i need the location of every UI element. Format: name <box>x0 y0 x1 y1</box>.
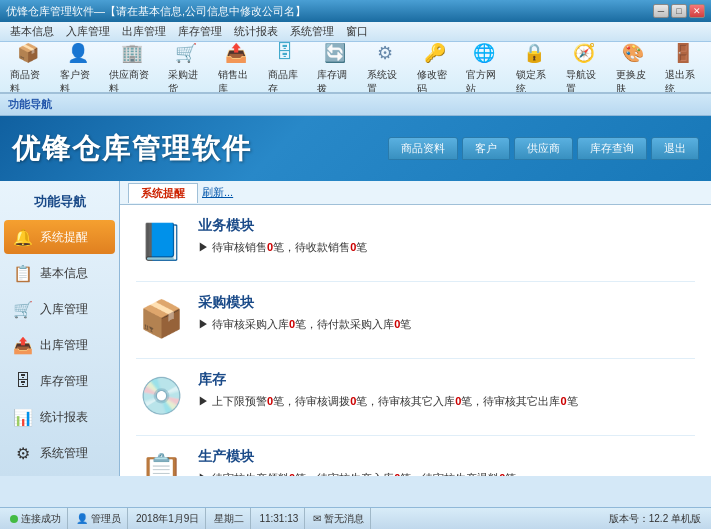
message-icon: ✉ <box>313 513 321 524</box>
sidebar-item-inventory[interactable]: 🗄 库存管理 <box>4 364 115 398</box>
nav-settings-icon: 🧭 <box>570 42 598 67</box>
module-business: 📘 业务模块 ▶ 待审核销售0笔，待收款销售0笔 <box>136 217 695 267</box>
inventory-module-icon: 💿 <box>139 375 184 417</box>
system-reminder-icon: 🔔 <box>12 226 34 248</box>
toolbar-password[interactable]: 🔑 修改密码 <box>411 42 459 94</box>
production-info: 生产模块 ▶ 待审核生产领料0笔，待审核生产入库0笔，待审核生产退料0笔 <box>198 448 695 476</box>
supplier-icon: 🏢 <box>118 42 146 67</box>
module-inventory: 💿 库存 ▶ 上下限预警0笔，待审核调拨0笔，待审核其它入库0笔，待审核其它出库… <box>136 371 695 421</box>
nav-tab-goods[interactable]: 商品资料 <box>388 137 458 160</box>
toolbar-skin[interactable]: 🎨 更换皮肤 <box>610 42 658 94</box>
toolbar-system-settings[interactable]: ⚙ 系统设置 <box>361 42 409 94</box>
toolbar-system-settings-label: 系统设置 <box>367 68 403 95</box>
divider-1 <box>136 281 695 282</box>
divider-2 <box>136 358 695 359</box>
sidebar: 功能导航 🔔 系统提醒 📋 基本信息 🛒 入库管理 📤 出库管理 🗄 库存管理 <box>0 181 120 476</box>
purchase-icon: 🛒 <box>172 42 200 67</box>
time-text: 11:31:13 <box>259 513 298 524</box>
sidebar-item-system-reminder[interactable]: 🔔 系统提醒 <box>4 220 115 254</box>
toolbar-nav-settings-label: 导航设置 <box>566 68 602 95</box>
sidebar-item-system-manage[interactable]: ⚙ 系统管理 <box>4 436 115 470</box>
customer-icon: 👤 <box>64 42 92 67</box>
purchase-desc1: ▶ 待审核采购入库 <box>198 318 289 330</box>
reports-icon: 📊 <box>12 406 34 428</box>
system-manage-icon: ⚙ <box>12 442 34 464</box>
toolbar-exit[interactable]: 🚪 退出系统 <box>659 42 707 94</box>
inbound-icon: 🛒 <box>12 298 34 320</box>
sidebar-item-reports[interactable]: 📊 统计报表 <box>4 400 115 434</box>
toolbar-supplier[interactable]: 🏢 供应商资料 <box>103 42 160 94</box>
business-desc1c: 笔 <box>356 241 367 253</box>
menu-outbound[interactable]: 出库管理 <box>116 24 172 39</box>
toolbar-adjust[interactable]: 🔄 库存调拨 <box>311 42 359 94</box>
connection-text: 连接成功 <box>21 512 61 526</box>
section-header: 功能导航 <box>0 94 711 116</box>
sidebar-item-outbound[interactable]: 📤 出库管理 <box>4 328 115 362</box>
connection-dot <box>10 515 18 523</box>
window-controls: ─ □ ✕ <box>653 4 705 18</box>
toolbar: 📦 商品资料 👤 客户资料 🏢 供应商资料 🛒 采购进货 📤 销售出库 🗄 商品… <box>0 42 711 94</box>
inventory-desc: ▶ 上下限预警0笔，待审核调拨0笔，待审核其它入库0笔，待审核其它出库0笔 <box>198 393 695 411</box>
production-desc1b: 笔，待审核生产入库 <box>295 472 394 476</box>
menu-inbound[interactable]: 入库管理 <box>60 24 116 39</box>
menu-system[interactable]: 系统管理 <box>284 24 340 39</box>
toolbar-stock-label: 商品库存 <box>268 68 304 95</box>
sidebar-item-outbound-label: 出库管理 <box>40 337 88 354</box>
business-desc: ▶ 待审核销售0笔，待收款销售0笔 <box>198 239 695 257</box>
content-tab-system-reminder[interactable]: 系统提醒 <box>128 183 198 203</box>
purchase-desc1c: 笔 <box>400 318 411 330</box>
sidebar-item-inventory-label: 库存管理 <box>40 373 88 390</box>
sidebar-item-inbound[interactable]: 🛒 入库管理 <box>4 292 115 326</box>
basic-info-icon: 📋 <box>12 262 34 284</box>
nav-tab-exit[interactable]: 退出 <box>651 137 699 160</box>
nav-tab-customer[interactable]: 客户 <box>462 137 510 160</box>
content-tab-refresh[interactable]: 刷新... <box>202 185 233 200</box>
content-tabs: 系统提醒 刷新... <box>120 181 711 205</box>
business-icon-wrap: 📘 <box>136 217 186 267</box>
toolbar-purchase[interactable]: 🛒 采购进货 <box>162 42 210 94</box>
maximize-button[interactable]: □ <box>671 4 687 18</box>
toolbar-nav-settings[interactable]: 🧭 导航设置 <box>560 42 608 94</box>
system-settings-icon: ⚙ <box>371 42 399 67</box>
adjust-icon: 🔄 <box>321 42 349 67</box>
goods-icon: 📦 <box>14 42 42 67</box>
nav-tab-supplier[interactable]: 供应商 <box>514 137 573 160</box>
production-desc1: ▶ 待审核生产领料 <box>198 472 289 476</box>
purchase-module-icon: 📦 <box>139 298 184 340</box>
toolbar-website[interactable]: 🌐 官方网站 <box>460 42 508 94</box>
toolbar-stock[interactable]: 🗄 商品库存 <box>262 42 310 94</box>
toolbar-adjust-label: 库存调拨 <box>317 68 353 95</box>
inventory-desc1b: 笔，待审核调拨 <box>273 395 350 407</box>
inventory-icon: 🗄 <box>12 370 34 392</box>
toolbar-supplier-label: 供应商资料 <box>109 68 154 95</box>
status-version: 版本号：12.2 单机版 <box>603 508 707 529</box>
toolbar-sale[interactable]: 📤 销售出库 <box>212 42 260 94</box>
production-desc1d: 笔 <box>505 472 516 476</box>
production-title: 生产模块 <box>198 448 695 466</box>
user-icon: 👤 <box>76 513 88 524</box>
menu-inventory[interactable]: 库存管理 <box>172 24 228 39</box>
menu-basic-info[interactable]: 基本信息 <box>4 24 60 39</box>
toolbar-goods[interactable]: 📦 商品资料 <box>4 42 52 94</box>
toolbar-customer-label: 客户资料 <box>60 68 96 95</box>
header-bar: 优锋仓库管理软件 商品资料 客户 供应商 库存查询 退出 <box>0 116 711 181</box>
title-text: 优锋仓库管理软件—【请在基本信息,公司信息中修改公司名】 <box>6 4 306 19</box>
outbound-icon: 📤 <box>12 334 34 356</box>
module-production: 📋 生产模块 ▶ 待审核生产领料0笔，待审核生产入库0笔，待审核生产退料0笔 <box>136 448 695 476</box>
minimize-button[interactable]: ─ <box>653 4 669 18</box>
inventory-desc1d: 笔，待审核其它出库 <box>461 395 560 407</box>
nav-tab-inventory-query[interactable]: 库存查询 <box>577 137 647 160</box>
toolbar-lock[interactable]: 🔒 锁定系统 <box>510 42 558 94</box>
nav-tabs: 商品资料 客户 供应商 库存查询 退出 <box>388 137 699 160</box>
status-date: 2018年1月9日 <box>130 508 206 529</box>
skin-icon: 🎨 <box>619 42 647 67</box>
sidebar-item-basic-info[interactable]: 📋 基本信息 <box>4 256 115 290</box>
business-title: 业务模块 <box>198 217 695 235</box>
purchase-icon-wrap: 📦 <box>136 294 186 344</box>
toolbar-lock-label: 锁定系统 <box>516 68 552 95</box>
menu-reports[interactable]: 统计报表 <box>228 24 284 39</box>
app-logo-title: 优锋仓库管理软件 <box>12 130 252 168</box>
menu-window[interactable]: 窗口 <box>340 24 374 39</box>
toolbar-customer[interactable]: 👤 客户资料 <box>54 42 102 94</box>
close-button[interactable]: ✕ <box>689 4 705 18</box>
